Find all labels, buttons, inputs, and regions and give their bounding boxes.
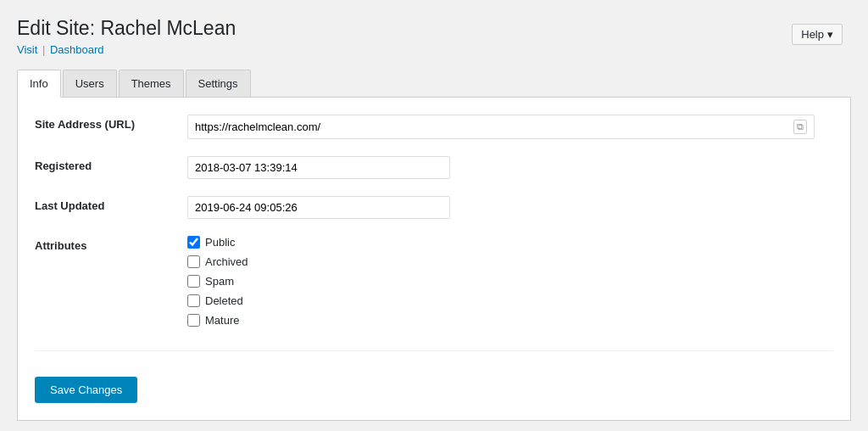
checkbox-public[interactable] — [187, 236, 200, 249]
attributes-row: Attributes Public Archived Spam Deleted — [35, 236, 833, 333]
checkbox-public-label[interactable]: Public — [205, 236, 235, 249]
attributes-field: Public Archived Spam Deleted Mature — [187, 236, 833, 333]
checkbox-deleted[interactable] — [187, 294, 200, 307]
tab-info[interactable]: Info — [17, 70, 61, 98]
checkbox-mature-label[interactable]: Mature — [205, 314, 239, 327]
checkbox-archived-label[interactable]: Archived — [205, 255, 248, 268]
visit-link[interactable]: Visit — [17, 43, 37, 56]
attributes-label: Attributes — [35, 236, 187, 252]
last-updated-field — [187, 196, 833, 219]
checkbox-mature-row: Mature — [187, 314, 833, 327]
checkbox-archived-row: Archived — [187, 255, 833, 268]
checkbox-mature[interactable] — [187, 314, 200, 327]
tab-settings[interactable]: Settings — [186, 70, 251, 97]
breadcrumb-separator: | — [42, 43, 45, 56]
page-header: Edit Site: Rachel McLean Visit | Dashboa… — [17, 17, 851, 56]
site-address-row: Site Address (URL) ⧉ — [35, 115, 833, 139]
breadcrumb: Visit | Dashboard — [17, 43, 851, 56]
page-title: Edit Site: Rachel McLean — [17, 17, 851, 40]
site-address-input[interactable] — [195, 120, 790, 133]
dashboard-link[interactable]: Dashboard — [50, 43, 104, 56]
save-changes-button[interactable]: Save Changes — [35, 377, 137, 403]
checkbox-spam[interactable] — [187, 275, 200, 288]
form-divider — [35, 350, 833, 351]
last-updated-input-wrap — [187, 196, 450, 219]
help-button-wrap: Help ▾ — [792, 24, 843, 45]
registered-input-wrap — [187, 156, 450, 179]
checkbox-spam-row: Spam — [187, 275, 833, 288]
tab-themes[interactable]: Themes — [119, 70, 184, 97]
registered-input[interactable] — [195, 161, 442, 174]
chevron-down-icon: ▾ — [827, 28, 833, 41]
form-area: Site Address (URL) ⧉ Registered Last Upd… — [17, 98, 851, 421]
site-address-field: ⧉ — [187, 115, 833, 139]
last-updated-input[interactable] — [195, 201, 442, 214]
url-copy-icon[interactable]: ⧉ — [793, 120, 807, 134]
checkbox-deleted-label[interactable]: Deleted — [205, 294, 243, 307]
checkbox-archived[interactable] — [187, 255, 200, 268]
checkbox-deleted-row: Deleted — [187, 294, 833, 307]
checkbox-public-row: Public — [187, 236, 833, 249]
page-wrapper: Help ▾ Edit Site: Rachel McLean Visit | … — [17, 17, 851, 421]
last-updated-row: Last Updated — [35, 196, 833, 219]
help-label: Help — [801, 28, 824, 41]
tabs-container: Info Users Themes Settings — [17, 70, 851, 98]
registered-row: Registered — [35, 156, 833, 179]
site-address-label: Site Address (URL) — [35, 115, 187, 131]
url-input-wrap: ⧉ — [187, 115, 815, 139]
registered-label: Registered — [35, 156, 187, 172]
registered-field — [187, 156, 833, 179]
last-updated-label: Last Updated — [35, 196, 187, 212]
help-button[interactable]: Help ▾ — [792, 24, 843, 45]
checkbox-spam-label[interactable]: Spam — [205, 275, 234, 288]
tab-users[interactable]: Users — [63, 70, 117, 97]
